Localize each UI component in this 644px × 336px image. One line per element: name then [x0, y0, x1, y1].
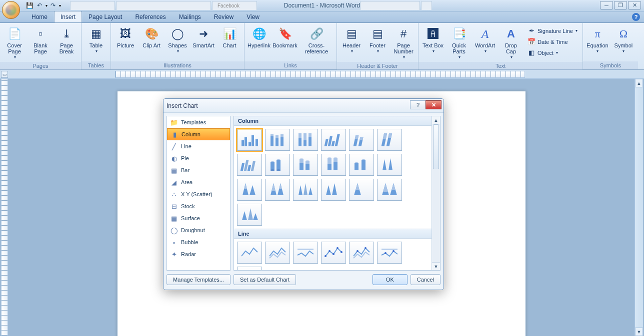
chart-type-100-stacked-column[interactable] [293, 129, 318, 151]
close-button[interactable]: ✕ [628, 1, 641, 9]
chart-type-stacked-cylinder[interactable] [293, 154, 318, 176]
hyperlink-button[interactable]: 🌐Hyperlink [247, 24, 271, 50]
chart-type-stacked-line-markers[interactable] [349, 242, 374, 264]
signature-line-button[interactable]: ✒Signature Line▾ [525, 25, 580, 36]
chart-type-3d-cylinder[interactable] [349, 154, 374, 176]
date-time-button[interactable]: 📅Date & Time [525, 36, 580, 47]
chart-type-clustered-column[interactable] [237, 129, 262, 151]
chart-type-stacked-line[interactable] [265, 242, 290, 264]
tab-mailings[interactable]: Mailings [172, 11, 208, 22]
page-number-button[interactable]: #Page Number▾ [392, 24, 416, 62]
blank-page-button[interactable]: ▫Blank Page [28, 24, 52, 56]
vertical-scrollbar[interactable]: ▲ ▼ [634, 79, 643, 336]
dialog-help-button[interactable]: ? [410, 100, 426, 109]
quick-parts-button[interactable]: 📑Quick Parts▾ [447, 24, 471, 62]
tab-page-layout[interactable]: Page Layout [82, 11, 128, 22]
scroll-down-button[interactable]: ▼ [635, 328, 643, 336]
equation-button[interactable]: πEquation▾ [586, 24, 610, 56]
qat-customize-caret[interactable]: ▾ [59, 3, 61, 8]
picture-button[interactable]: 🖼Picture [114, 24, 138, 50]
scrollbar-thumb[interactable] [433, 124, 439, 169]
dropcap-button[interactable]: ADrop Cap▾ [499, 24, 523, 62]
tab-view[interactable]: View [240, 11, 266, 22]
object-button[interactable]: ◧Object▾ [525, 47, 580, 58]
category-scatter[interactable]: ∴X Y (Scatter) [167, 188, 230, 200]
tab-references[interactable]: References [128, 11, 172, 22]
chart-type-clustered-cylinder[interactable] [265, 154, 290, 176]
qat-undo[interactable]: ↶ [35, 1, 44, 10]
chart-type-stacked-pyramid[interactable] [349, 179, 374, 201]
chart-type-line[interactable] [237, 242, 262, 264]
table-button[interactable]: ▦Table▾ [84, 24, 108, 56]
maximize-button[interactable]: ❐ [614, 1, 627, 9]
symbol-button[interactable]: ΩSymbol▾ [612, 24, 636, 56]
category-area[interactable]: ◢Area [167, 176, 230, 188]
chart-type-3d-pyramid[interactable] [237, 204, 262, 226]
chart-category-list[interactable]: 📁Templates ▮Column ╱Line ◐Pie ▤Bar ◢Area… [166, 116, 230, 271]
svg-rect-19 [332, 141, 335, 146]
clipart-button[interactable]: 🎨Clip Art [140, 24, 164, 50]
header-button[interactable]: ▤Header▾ [340, 24, 364, 56]
scroll-down-icon[interactable]: ▼ [432, 262, 440, 270]
cross-reference-button[interactable]: 🔗Cross-reference [299, 24, 334, 56]
scroll-up-icon[interactable]: ▲ [432, 116, 440, 124]
vertical-ruler[interactable] [1, 79, 8, 336]
folder-icon: 📁 [170, 118, 178, 126]
category-bubble[interactable]: ∘Bubble [167, 236, 230, 248]
category-surface[interactable]: ▦Surface [167, 212, 230, 224]
office-button[interactable] [2, 1, 20, 19]
tab-insert[interactable]: Insert [54, 11, 82, 22]
footer-button[interactable]: ▤Footer▾ [366, 24, 390, 56]
qat-save[interactable]: 💾 [25, 1, 34, 10]
category-bar[interactable]: ▤Bar [167, 164, 230, 176]
page-break-button[interactable]: ⤓Page Break [54, 24, 78, 56]
chart-type-3d-clustered-column[interactable] [321, 129, 346, 151]
column-icon: ▮ [170, 130, 178, 138]
category-stock[interactable]: ⊟Stock [167, 200, 230, 212]
gallery-scrollbar[interactable]: ▲ ▼ [432, 116, 440, 270]
dialog-close-button[interactable]: ✕ [426, 100, 442, 109]
qat-redo[interactable]: ↷ [48, 1, 58, 10]
category-doughnut[interactable]: ◯Doughnut [167, 224, 230, 236]
chart-type-3d-line[interactable] [237, 267, 262, 270]
category-pie[interactable]: ◐Pie [167, 152, 230, 164]
category-line[interactable]: ╱Line [167, 140, 230, 152]
set-default-chart-button[interactable]: Set as Default Chart [234, 274, 296, 285]
minimize-button[interactable]: ─ [600, 1, 613, 9]
ruler-corner[interactable]: ▭ [1, 71, 8, 78]
category-templates[interactable]: 📁Templates [167, 116, 230, 128]
scroll-up-button[interactable]: ▲ [635, 79, 643, 87]
chart-type-stacked-cone[interactable] [237, 179, 262, 201]
chart-type-100-stacked-pyramid[interactable] [377, 179, 402, 201]
tab-review[interactable]: Review [208, 11, 240, 22]
cover-page-button[interactable]: 📄Cover Page▾ [2, 24, 26, 62]
chart-type-clustered-cone[interactable] [377, 154, 402, 176]
textbox-button[interactable]: 🅰Text Box▾ [421, 24, 445, 56]
qat-undo-caret[interactable]: ▾ [46, 3, 48, 8]
shapes-button[interactable]: ◯Shapes▾ [166, 24, 190, 56]
dialog-titlebar[interactable]: Insert Chart ? ✕ [164, 99, 444, 113]
chart-type-3d-100-stacked-column[interactable] [377, 129, 402, 151]
chart-type-100-stacked-line-markers[interactable] [377, 242, 402, 264]
chart-type-3d-column[interactable] [237, 154, 262, 176]
chart-type-100-stacked-line[interactable] [293, 242, 318, 264]
tab-home[interactable]: Home [25, 11, 54, 22]
chart-type-100-stacked-cylinder[interactable] [321, 154, 346, 176]
manage-templates-button[interactable]: Manage Templates... [166, 274, 230, 285]
chart-type-line-markers[interactable] [321, 242, 346, 264]
help-button[interactable]: ? [632, 13, 640, 21]
smartart-button[interactable]: ➜SmartArt [192, 24, 216, 50]
chart-type-3d-cone[interactable] [293, 179, 318, 201]
bookmark-button[interactable]: 🔖Bookmark [273, 24, 297, 50]
cancel-button[interactable]: Cancel [410, 274, 440, 285]
category-radar[interactable]: ✦Radar [167, 248, 230, 260]
chart-type-stacked-column[interactable] [265, 129, 290, 151]
wordart-button[interactable]: AWordArt▾ [473, 24, 497, 56]
chart-type-3d-stacked-column[interactable] [349, 129, 374, 151]
ok-button[interactable]: OK [372, 274, 408, 285]
category-column[interactable]: ▮Column [167, 128, 230, 140]
chart-button[interactable]: 📊Chart [218, 24, 242, 50]
horizontal-ruler[interactable] [115, 71, 525, 78]
chart-type-clustered-pyramid[interactable] [321, 179, 346, 201]
chart-type-100-stacked-cone[interactable] [265, 179, 290, 201]
